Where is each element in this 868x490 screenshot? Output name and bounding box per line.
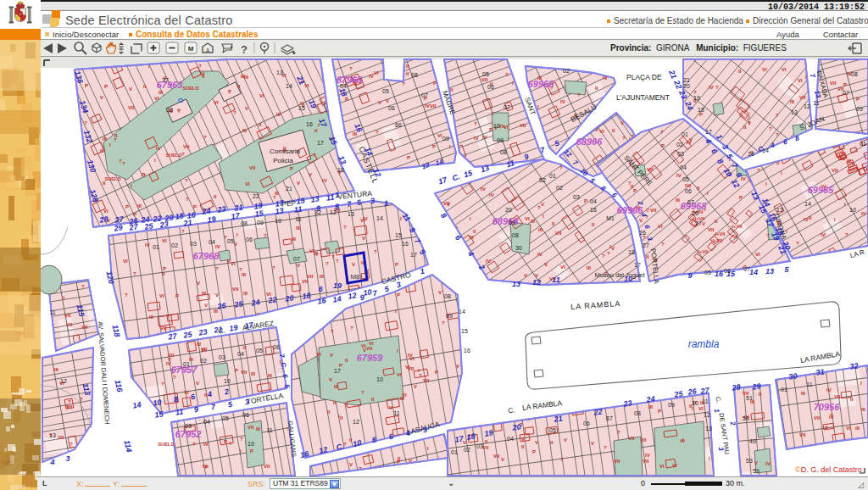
- svg-text:?: ?: [350, 326, 353, 331]
- svg-text:VI: VI: [259, 93, 264, 98]
- svg-text:21: 21: [553, 414, 563, 423]
- svg-text:IV: IV: [425, 103, 430, 109]
- svg-text:12: 12: [348, 291, 357, 300]
- svg-text:09: 09: [668, 402, 675, 408]
- svg-text:20: 20: [511, 422, 521, 432]
- svg-text:17: 17: [231, 211, 241, 220]
- svg-text:?: ?: [331, 329, 334, 334]
- svg-text:SUELO: SUELO: [105, 176, 122, 181]
- svg-text:C.: C.: [714, 396, 722, 404]
- svg-text:V: V: [535, 440, 538, 445]
- svg-text:C.: C.: [508, 406, 516, 415]
- svg-text:VII: VII: [168, 353, 175, 358]
- svg-text:VI: VI: [437, 133, 442, 138]
- svg-text:16: 16: [306, 121, 313, 127]
- svg-text:13: 13: [310, 194, 320, 203]
- svg-text:59: 59: [753, 468, 760, 474]
- svg-text:V: V: [611, 246, 615, 251]
- svg-text:08: 08: [444, 293, 451, 299]
- svg-text:02: 02: [464, 447, 470, 453]
- svg-text:III: III: [275, 191, 279, 196]
- svg-text:7: 7: [210, 403, 217, 412]
- svg-text:?: ?: [192, 442, 196, 447]
- svg-text:06: 06: [724, 268, 731, 274]
- svg-text:II: II: [406, 64, 409, 69]
- svg-text:31: 31: [815, 367, 825, 376]
- svg-text:VII: VII: [832, 168, 838, 173]
- svg-text:23: 23: [622, 398, 632, 408]
- svg-text:13: 13: [348, 211, 354, 217]
- svg-text:30: 30: [515, 245, 522, 251]
- svg-text:10: 10: [275, 218, 281, 224]
- svg-text:Museu del Joguet: Museu del Joguet: [594, 271, 645, 279]
- svg-text:P: P: [85, 83, 88, 88]
- svg-text:30: 30: [788, 371, 798, 381]
- svg-text:II: II: [521, 444, 525, 449]
- svg-text:II: II: [442, 72, 446, 77]
- svg-text:5: 5: [384, 284, 391, 293]
- svg-text:IV: IV: [826, 387, 832, 393]
- svg-text:05: 05: [704, 270, 711, 276]
- svg-text:16: 16: [590, 207, 597, 213]
- svg-text:II: II: [809, 215, 812, 220]
- svg-text:VI: VI: [798, 78, 803, 83]
- svg-text:19: 19: [207, 214, 216, 224]
- svg-text:70956: 70956: [814, 402, 840, 412]
- svg-text:?: ?: [70, 442, 73, 447]
- svg-text:VII: VII: [64, 313, 71, 318]
- svg-text:66: 66: [395, 122, 402, 128]
- svg-text:VII: VII: [201, 347, 208, 352]
- svg-text:1: 1: [383, 199, 388, 209]
- svg-text:?: ?: [133, 271, 136, 276]
- svg-text:II: II: [333, 400, 337, 405]
- svg-text:?: ?: [122, 161, 125, 166]
- svg-text:23: 23: [198, 327, 208, 337]
- svg-text:IV: IV: [537, 252, 542, 257]
- svg-text:03: 03: [476, 443, 483, 449]
- svg-text:III: III: [268, 373, 272, 378]
- svg-text:V: V: [309, 172, 312, 177]
- svg-text:VII: VII: [58, 435, 64, 440]
- svg-text:?: ?: [198, 64, 202, 69]
- svg-text:?: ?: [769, 126, 772, 131]
- svg-text:II: II: [697, 186, 700, 191]
- svg-text:IV: IV: [765, 461, 771, 466]
- svg-text:III: III: [292, 237, 296, 242]
- svg-text:24: 24: [250, 298, 260, 308]
- svg-text:06: 06: [242, 412, 249, 418]
- svg-text:VI: VI: [525, 216, 530, 221]
- svg-text:III: III: [137, 203, 142, 209]
- svg-text:16: 16: [715, 270, 724, 278]
- svg-text:?: ?: [62, 296, 65, 301]
- svg-text:VII: VII: [443, 201, 450, 206]
- svg-text:V: V: [245, 106, 248, 111]
- svg-text:01: 01: [451, 449, 458, 455]
- svg-text:02: 02: [676, 142, 683, 148]
- svg-text:VII: VII: [834, 394, 841, 399]
- svg-text:3: 3: [65, 454, 70, 463]
- svg-text:II: II: [612, 128, 615, 133]
- svg-text:V: V: [352, 262, 355, 267]
- svg-text:02: 02: [171, 242, 178, 248]
- svg-text:VII: VII: [232, 287, 239, 292]
- svg-text:11: 11: [49, 309, 55, 315]
- svg-text:22: 22: [672, 78, 683, 90]
- svg-text:IV: IV: [741, 176, 746, 181]
- svg-text:?: ?: [80, 397, 83, 402]
- svg-text:14: 14: [749, 268, 758, 276]
- svg-text:P: P: [290, 166, 293, 171]
- svg-text:11: 11: [266, 427, 272, 433]
- svg-text:P: P: [224, 439, 227, 444]
- svg-text:V: V: [362, 236, 365, 241]
- svg-text:21: 21: [683, 77, 690, 83]
- svg-text:IV: IV: [369, 74, 374, 79]
- svg-text:V: V: [378, 100, 381, 105]
- svg-text:II: II: [259, 122, 262, 127]
- svg-text:rambla: rambla: [688, 338, 720, 350]
- svg-text:VII: VII: [307, 274, 314, 279]
- svg-text:IV: IV: [322, 178, 327, 183]
- svg-text:II: II: [202, 74, 205, 79]
- svg-text:27: 27: [699, 386, 710, 396]
- svg-text:II: II: [143, 84, 147, 89]
- svg-text:III: III: [159, 90, 163, 95]
